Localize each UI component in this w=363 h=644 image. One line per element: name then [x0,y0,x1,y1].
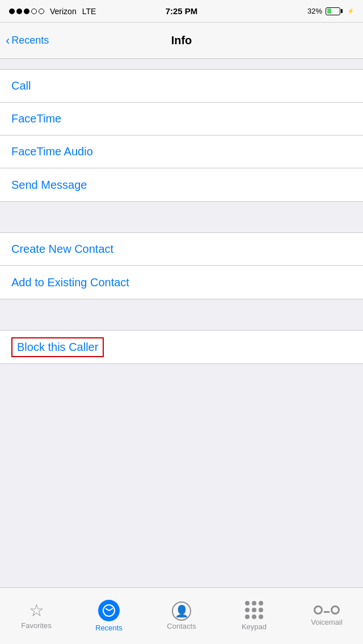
carrier-label: Verizon [50,7,77,16]
spacer-3 [0,299,363,310]
vm-circle-right [331,605,340,615]
keypad-dot-8 [252,615,256,619]
status-right: 32% ⚡ [307,7,354,15]
create-contact-item[interactable]: Create New Contact [0,233,363,266]
tab-contacts[interactable]: 👤 Contacts [145,588,218,644]
status-left: Verizon LTE [9,7,96,16]
clock-icon [103,604,115,617]
facetime-label: FaceTime [11,112,61,125]
tab-recents[interactable]: Recents [73,588,145,644]
keypad-dot-5 [252,608,256,612]
keypad-dot-1 [245,601,250,605]
add-existing-label: Add to Existing Contact [11,276,129,289]
battery-percent: 32% [307,7,322,15]
network-type: LTE [82,7,96,16]
tab-voicemail[interactable]: Voicemail [290,588,363,644]
battery-icon [326,7,343,15]
send-message-item[interactable]: Send Message [0,168,363,201]
back-chevron-icon: ‹ [6,35,10,47]
block-caller-label: Block this Caller [11,337,104,357]
navigation-bar: ‹ Recents Info [0,23,363,59]
favorites-label: Favorites [21,621,51,630]
back-button[interactable]: ‹ Recents [6,35,49,47]
spacer-2 [0,212,363,222]
battery-body [326,7,340,15]
facetime-audio-item[interactable]: FaceTime Audio [0,135,363,168]
spacer-4 [0,310,363,320]
facetime-item[interactable]: FaceTime [0,103,363,135]
tab-keypad[interactable]: Keypad [218,588,290,644]
keypad-dot-6 [259,608,263,612]
voicemail-icon [314,605,340,615]
clock-minute-hand [109,608,113,611]
signal-dot-1 [9,9,15,14]
keypad-label: Keypad [242,622,267,631]
facetime-audio-label: FaceTime Audio [11,145,93,158]
contacts-icon: 👤 [172,601,191,621]
tab-bar: ☆ Favorites Recents 👤 Contacts Key [0,587,363,644]
create-contact-label: Create New Contact [11,243,113,256]
nav-title: Info [171,34,192,47]
recents-icon [98,600,120,621]
actions-section: Call FaceTime FaceTime Audio Send Messag… [0,69,363,202]
send-message-label: Send Message [11,179,87,192]
favorites-icon: ☆ [29,602,44,619]
signal-dots [9,9,44,14]
status-time: 7:25 PM [166,6,198,16]
call-label: Call [11,79,31,92]
battery-fill [327,9,331,14]
block-section: Block this Caller [0,330,363,364]
tab-favorites[interactable]: ☆ Favorites [0,588,73,644]
back-label: Recents [11,35,49,46]
keypad-dot-9 [259,615,263,619]
content-area: Call FaceTime FaceTime Audio Send Messag… [0,69,363,364]
keypad-icon [245,601,263,619]
contacts-label: Contacts [167,622,196,630]
recents-label: Recents [95,624,123,632]
voicemail-label: Voicemail [311,618,343,626]
keypad-dot-3 [259,601,263,605]
add-existing-item[interactable]: Add to Existing Contact [0,266,363,299]
vm-circle-left [314,605,323,615]
spacer-1 [0,202,363,212]
block-caller-item[interactable]: Block this Caller [0,331,363,363]
signal-dot-3 [24,9,29,14]
charging-bolt: ⚡ [347,8,354,14]
status-bar: Verizon LTE 7:25 PM 32% ⚡ [0,0,363,23]
keypad-dot-4 [245,608,250,612]
signal-dot-2 [16,9,22,14]
keypad-dot-7 [245,615,250,619]
signal-dot-4 [31,9,37,14]
battery-tip [341,9,343,13]
call-item[interactable]: Call [0,70,363,103]
keypad-dot-2 [252,601,256,605]
vm-connector [324,607,330,613]
vm-connector-bar [324,611,330,613]
contacts-section: Create New Contact Add to Existing Conta… [0,232,363,299]
signal-dot-5 [39,9,44,14]
